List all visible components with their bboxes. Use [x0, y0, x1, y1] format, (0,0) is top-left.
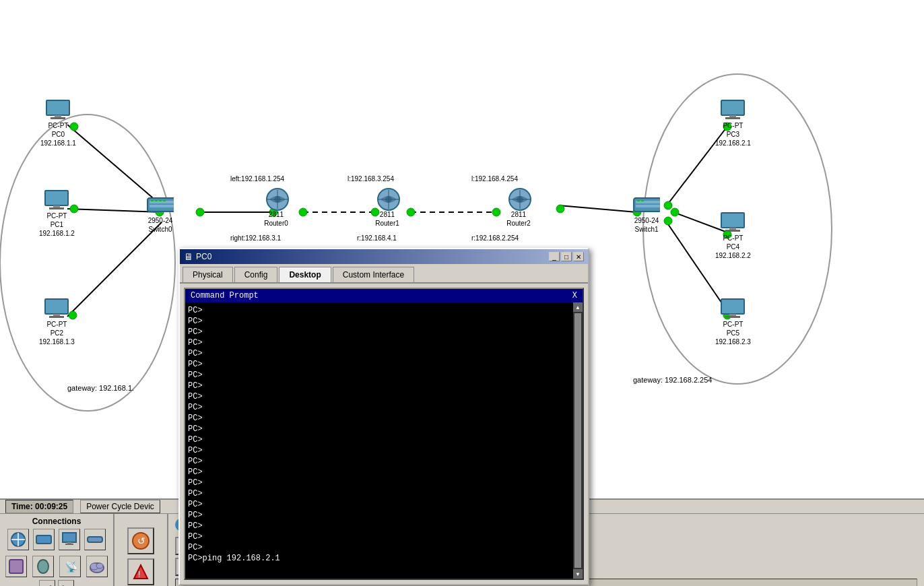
router2-name-label: Router2 — [506, 219, 531, 228]
svg-rect-61 — [637, 200, 640, 201]
tool-router[interactable] — [7, 529, 29, 550]
svg-rect-79 — [88, 537, 102, 542]
nav-arrows: ◀ ▶ — [39, 580, 74, 586]
scroll-thumb[interactable] — [574, 313, 581, 568]
svg-point-22 — [556, 205, 564, 213]
svg-line-8 — [559, 205, 636, 212]
tool-server[interactable] — [5, 556, 27, 577]
device-pc1[interactable]: PC-PT PC1 192.168.1.2 — [39, 190, 75, 238]
cmd-content[interactable]: PC> PC> PC> PC> PC> PC> PC> PC> PC> PC> … — [185, 302, 583, 579]
switch1-type-label: 2950-24 — [634, 216, 659, 225]
svg-rect-69 — [721, 299, 744, 314]
device-router0[interactable]: 2811 Router0 — [263, 189, 290, 228]
cmd-line-9: PC> — [188, 391, 580, 402]
pc0-tab-bar: Physical Config Desktop Custom Interface — [180, 264, 588, 284]
scroll-down[interactable]: ▼ — [573, 569, 583, 579]
svg-rect-70 — [729, 314, 736, 316]
svg-rect-30 — [46, 100, 69, 115]
tool-pc[interactable] — [59, 529, 80, 550]
cmd-line-7: PC> — [188, 370, 580, 381]
pc0-name-label: PC0 — [40, 130, 76, 139]
device-pc2[interactable]: PC-PT PC2 192.168.1.3 — [39, 298, 75, 346]
device-switch1[interactable]: 2950-24 Switch1 — [633, 195, 660, 234]
cmd-line-22: PC> — [188, 531, 580, 542]
svg-rect-76 — [63, 533, 76, 542]
minimize-button[interactable]: _ — [549, 252, 560, 261]
pc1-name-label: PC1 — [39, 220, 75, 229]
tool-switch[interactable] — [33, 529, 55, 550]
device-pc5[interactable]: PC-PT PC5 192.168.2.3 — [715, 298, 751, 346]
router2-left-label: l:192.168.4.254 — [471, 175, 518, 183]
cmd-line-19: PC> — [188, 499, 580, 510]
scroll-up[interactable]: ▲ — [573, 302, 583, 312]
device-icons-row — [7, 529, 106, 550]
tool-cloud[interactable] — [86, 556, 108, 577]
tab-config[interactable]: Config — [234, 267, 278, 282]
cmd-line-1: PC> — [188, 305, 580, 316]
pc3-ip-label: 192.168.2.1 — [715, 139, 751, 148]
pc0-title-controls: _ □ ✕ — [549, 252, 584, 261]
cmd-line-20: PC> — [188, 510, 580, 521]
cmd-line-4: PC> — [188, 337, 580, 348]
svg-rect-68 — [725, 230, 740, 232]
svg-rect-63 — [721, 100, 744, 115]
device-pc0[interactable]: PC-PT PC0 192.168.1.1 — [40, 100, 76, 148]
device-router2[interactable]: 2811 Router2 — [505, 189, 532, 228]
nav-right[interactable]: ▶ — [58, 580, 74, 586]
cmd-close-btn[interactable]: X — [572, 291, 577, 300]
cmd-input-line: PC>ping 192.168.2.1 — [188, 553, 580, 564]
router2-right-label: r:192.168.2.254 — [471, 234, 519, 242]
device-router1[interactable]: 2811 Router1 — [374, 189, 401, 228]
tab-physical[interactable]: Physical — [183, 267, 233, 282]
tab-desktop[interactable]: Desktop — [279, 267, 331, 282]
svg-point-21 — [492, 208, 500, 216]
device-pc3[interactable]: PC-PT PC3 192.168.2.1 — [715, 100, 751, 148]
svg-point-81 — [38, 560, 48, 573]
router0-left-label: left:192.168.1.254 — [230, 175, 284, 183]
device-pc4[interactable]: PC-PT PC4 192.168.2.2 — [715, 212, 751, 260]
cmd-line-3: PC> — [188, 327, 580, 337]
tool-btn-1[interactable]: ↺ — [127, 527, 154, 554]
tool-wireless[interactable]: 📡 — [59, 556, 81, 577]
router0-right-label: right:192.168.3.1 — [230, 234, 281, 242]
tool-hub[interactable] — [84, 529, 106, 550]
switch0-type-label: 2950-24 — [148, 216, 173, 225]
svg-text:📡: 📡 — [65, 560, 78, 573]
svg-rect-31 — [55, 115, 61, 117]
time-display: Time: 00:09:25 — [5, 500, 73, 513]
cmd-line-14: PC> — [188, 445, 580, 456]
pc2-type-label: PC-PT — [39, 320, 75, 329]
svg-point-0 — [0, 115, 175, 411]
router1-right-label: r:192.168.4.1 — [357, 234, 397, 242]
maximize-button[interactable]: □ — [561, 252, 572, 261]
svg-rect-41 — [150, 205, 174, 207]
pc0-titlebar: 🖥 PC0 _ □ ✕ — [180, 249, 588, 264]
power-cycle-button[interactable]: Power Cycle Devic — [80, 500, 160, 513]
cmd-title-text: Command Prompt — [191, 291, 259, 300]
cmd-line-11: PC> — [188, 413, 580, 424]
nav-left[interactable]: ◀ — [39, 580, 55, 586]
svg-rect-43 — [155, 200, 158, 201]
pc5-type-label: PC-PT — [715, 320, 751, 329]
cmd-line-18: PC> — [188, 488, 580, 499]
cmd-line-8: PC> — [188, 381, 580, 391]
cmd-line-5: PC> — [188, 348, 580, 359]
cmd-line-6: PC> — [188, 359, 580, 370]
device-switch0[interactable]: 2950-24 Switch0 — [147, 195, 174, 234]
tool-btn-2[interactable]: ! — [127, 558, 154, 585]
router1-left-label: l:192.168.3.254 — [348, 175, 394, 183]
tab-custom-interface[interactable]: Custom Interface — [333, 267, 414, 282]
cmd-dialog: Command Prompt X PC> PC> PC> PC> PC> PC>… — [184, 288, 584, 580]
pc0-title-text: PC0 — [196, 252, 211, 261]
svg-rect-42 — [151, 200, 154, 201]
close-button[interactable]: ✕ — [573, 252, 584, 261]
svg-rect-64 — [729, 115, 736, 117]
cmd-scrollbar[interactable]: ▲ ▼ — [573, 302, 583, 579]
pc2-name-label: PC2 — [39, 329, 75, 337]
svg-rect-35 — [49, 207, 64, 209]
svg-point-25 — [671, 208, 679, 216]
router0-name-label: Router0 — [264, 219, 288, 228]
pc3-name-label: PC3 — [715, 130, 751, 139]
tool-phone[interactable] — [32, 556, 54, 577]
connections-label: Connections — [32, 517, 81, 526]
